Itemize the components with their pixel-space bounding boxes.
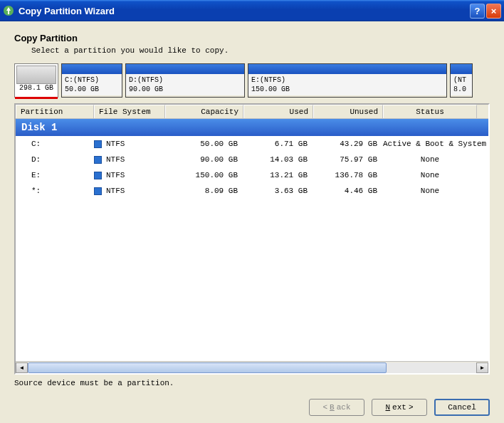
scroll-left-arrow[interactable]: ◄ [16, 362, 28, 373]
partition-box[interactable]: C:(NTFS)50.00 GB [61, 63, 122, 98]
scroll-track[interactable] [28, 362, 476, 373]
cell-status: None [383, 155, 477, 164]
cell-used: 6.71 GB [243, 140, 313, 148]
disk-group[interactable]: Disk 1 [16, 119, 488, 136]
cell-capacity: 8.09 GB [165, 187, 243, 195]
scroll-right-arrow[interactable]: ► [476, 362, 488, 373]
fs-color-icon [94, 187, 102, 195]
page-subtitle: Select a partition you would like to cop… [31, 46, 490, 55]
table-header: Partition File System Capacity Used Unus… [16, 105, 488, 119]
cell-capacity: 50.00 GB [165, 140, 243, 148]
partition-box[interactable]: D:(NTFS)90.00 GB [125, 63, 245, 98]
titlebar: Copy Partition Wizard ? × [0, 0, 504, 21]
partition-header [126, 64, 244, 74]
col-status[interactable]: Status [383, 105, 477, 118]
cancel-button[interactable]: Cancel [434, 399, 490, 416]
disk-icon [16, 66, 56, 84]
cell-partition: C: [16, 140, 94, 148]
cell-fs: NTFS [94, 155, 165, 164]
partition-box[interactable]: E:(NTFS)150.00 GB [248, 63, 447, 98]
titlebar-buttons: ? × [470, 4, 501, 19]
back-button[interactable]: < Back [309, 399, 364, 416]
next-button[interactable]: Next > [372, 399, 427, 416]
partition-header [62, 64, 122, 74]
window-title: Copy Partition Wizard [19, 6, 470, 16]
cell-unused: 43.29 GB [313, 140, 383, 148]
disk-size: 298.1 GB [16, 84, 56, 92]
cell-fs: NTFS [94, 171, 165, 179]
page-title: Copy Partition [14, 33, 490, 43]
cell-unused: 75.97 GB [313, 155, 383, 164]
table-row[interactable]: E: NTFS 150.00 GB 13.21 GB 136.78 GB Non… [16, 167, 488, 183]
table-body: C: NTFS 50.00 GB 6.71 GB 43.29 GB Active… [16, 136, 488, 361]
table-row[interactable]: *: NTFS 8.09 GB 3.63 GB 4.46 GB None [16, 183, 488, 199]
cell-fs: NTFS [94, 140, 165, 148]
cell-status: None [383, 187, 477, 195]
status-message: Source device must be a partition. [14, 375, 490, 395]
cell-used: 14.03 GB [243, 155, 313, 164]
col-filesystem[interactable]: File System [94, 105, 165, 118]
cell-status: None [383, 171, 477, 179]
close-button[interactable]: × [486, 4, 501, 19]
partition-header [248, 64, 446, 74]
col-used[interactable]: Used [243, 105, 313, 118]
app-icon [3, 5, 14, 16]
col-partition[interactable]: Partition [16, 105, 94, 118]
col-capacity[interactable]: Capacity [165, 105, 243, 118]
cell-unused: 136.78 GB [313, 171, 383, 179]
horizontal-scrollbar[interactable]: ◄ ► [16, 361, 488, 373]
cell-status: Active & Boot & System [383, 140, 477, 148]
col-unused[interactable]: Unused [313, 105, 383, 118]
cell-fs: NTFS [94, 187, 165, 195]
partition-label: D:(NTFS)90.00 GB [126, 74, 244, 95]
partition-table: Partition File System Capacity Used Unus… [14, 103, 490, 375]
disk-strip: 298.1 GB C:(NTFS)50.00 GB D:(NTFS)90.00 … [14, 63, 490, 98]
cell-partition: E: [16, 171, 94, 179]
page-header: Copy Partition Select a partition you wo… [14, 33, 490, 55]
cell-used: 3.63 GB [243, 187, 313, 195]
partition-label: C:(NTFS)50.00 GB [62, 74, 122, 95]
partition-label: (NT8.0 [451, 74, 472, 95]
fs-color-icon [94, 140, 102, 148]
wizard-window: Copy Partition Wizard ? × Copy Partition… [0, 0, 504, 423]
cell-used: 13.21 GB [243, 171, 313, 179]
button-row: < Back Next > Cancel [14, 395, 490, 416]
cell-unused: 4.46 GB [313, 187, 383, 195]
cell-capacity: 90.00 GB [165, 155, 243, 164]
disk-info[interactable]: 298.1 GB [14, 63, 58, 98]
table-row[interactable]: C: NTFS 50.00 GB 6.71 GB 43.29 GB Active… [16, 136, 488, 152]
partition-box[interactable]: (NT8.0 [450, 63, 473, 98]
fs-color-icon [94, 156, 102, 164]
scroll-thumb[interactable] [28, 362, 387, 373]
partition-strip: C:(NTFS)50.00 GB D:(NTFS)90.00 GB E:(NTF… [61, 63, 490, 98]
table-row[interactable]: D: NTFS 90.00 GB 14.03 GB 75.97 GB None [16, 152, 488, 167]
fs-color-icon [94, 172, 102, 179]
content-area: Copy Partition Select a partition you wo… [0, 21, 504, 423]
help-button[interactable]: ? [470, 4, 485, 19]
partition-header [451, 64, 472, 74]
cell-partition: *: [16, 187, 94, 195]
partition-label: E:(NTFS)150.00 GB [248, 74, 446, 95]
cell-capacity: 150.00 GB [165, 171, 243, 179]
cell-partition: D: [16, 155, 94, 164]
